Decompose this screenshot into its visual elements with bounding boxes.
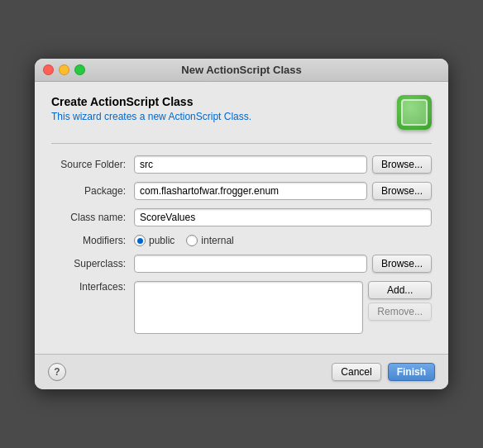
finish-button[interactable]: Finish [388, 363, 435, 381]
title-bar: New ActionScript Class [35, 59, 448, 82]
superclass-browse-button[interactable]: Browse... [372, 255, 432, 273]
superclass-label: Superclass: [51, 258, 134, 269]
package-row: Package: Browse... [51, 182, 432, 200]
interfaces-controls: Add... Remove... [134, 281, 432, 334]
interfaces-label: Interfaces: [51, 281, 134, 293]
modifier-public-option[interactable]: public [134, 235, 175, 246]
source-folder-row: Source Folder: Browse... [51, 155, 432, 174]
dialog-body: Create ActionScript Class This wizard cr… [35, 82, 448, 354]
header-divider [51, 143, 432, 144]
modifier-public-label: public [149, 235, 175, 246]
superclass-controls: Browse... [134, 255, 432, 273]
close-button[interactable] [43, 64, 54, 75]
header-text: Create ActionScript Class This wizard cr… [51, 95, 251, 122]
maximize-button[interactable] [74, 64, 85, 75]
interfaces-remove-button: Remove... [368, 303, 432, 321]
class-name-controls [134, 208, 432, 226]
as-icon [397, 95, 432, 130]
title-bar-buttons [43, 64, 85, 75]
class-name-row: Class name: [51, 208, 432, 226]
dialog-window: New ActionScript Class Create ActionScri… [35, 59, 448, 389]
package-controls: Browse... [134, 182, 432, 200]
interfaces-add-button[interactable]: Add... [368, 281, 432, 299]
modifier-internal-radio[interactable] [186, 235, 198, 246]
interfaces-row: Interfaces: Add... Remove... [51, 281, 432, 334]
modifier-public-radio[interactable] [134, 235, 146, 246]
source-folder-label: Source Folder: [51, 159, 134, 170]
source-folder-controls: Browse... [134, 155, 432, 174]
help-button[interactable]: ? [48, 363, 66, 381]
modifier-internal-label: internal [201, 235, 233, 246]
package-input[interactable] [134, 182, 367, 200]
source-folder-input[interactable] [134, 155, 367, 174]
wizard-subtitle: This wizard creates a new ActionScript C… [51, 111, 251, 122]
interfaces-buttons: Add... Remove... [368, 281, 432, 321]
wizard-title: Create ActionScript Class [51, 95, 251, 108]
class-name-label: Class name: [51, 212, 134, 223]
class-name-input[interactable] [134, 208, 432, 226]
source-folder-browse-button[interactable]: Browse... [372, 155, 432, 174]
package-label: Package: [51, 185, 134, 197]
footer-buttons: Cancel Finish [332, 363, 435, 381]
cancel-button[interactable]: Cancel [332, 363, 380, 381]
interfaces-textarea[interactable] [134, 281, 363, 334]
modifiers-row: Modifiers: public internal [51, 235, 432, 246]
modifiers-group: public internal [134, 235, 432, 246]
superclass-row: Superclass: Browse... [51, 255, 432, 273]
window-title: New ActionScript Class [181, 64, 301, 76]
superclass-input[interactable] [134, 255, 367, 273]
modifiers-label: Modifiers: [51, 235, 134, 246]
modifier-internal-option[interactable]: internal [186, 235, 233, 246]
minimize-button[interactable] [59, 64, 69, 75]
package-browse-button[interactable]: Browse... [372, 182, 432, 200]
footer: ? Cancel Finish [35, 354, 448, 389]
header-section: Create ActionScript Class This wizard cr… [51, 95, 432, 130]
